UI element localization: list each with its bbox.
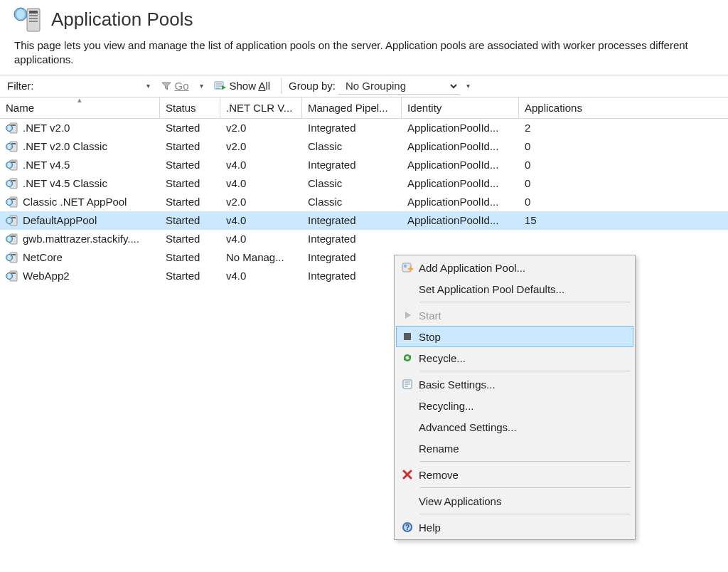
svg-point-15: [8, 144, 11, 149]
cell-identity: ApplicationPoolId...: [402, 211, 519, 229]
svg-point-11: [8, 125, 11, 130]
cell-name: .NET v4.5 Classic: [23, 177, 107, 189]
go-dropdown-icon[interactable]: ▾: [196, 82, 208, 90]
cell-apps: 0: [519, 193, 626, 211]
cell-status: Started: [160, 230, 220, 248]
cell-apps: 15: [519, 211, 626, 229]
cell-name: NetCore: [23, 251, 63, 263]
play-icon: [396, 310, 419, 320]
cell-pipeline: Integrated: [302, 230, 402, 248]
svg-rect-6: [29, 21, 38, 22]
cell-name: .NET v2.0: [23, 122, 70, 134]
menu-add-app-pool[interactable]: Add Application Pool...: [396, 257, 633, 278]
cell-name: .NET v2.0 Classic: [23, 140, 107, 152]
recycle-icon: [396, 352, 419, 364]
menu-advanced-settings[interactable]: Advanced Settings...: [396, 416, 633, 438]
svg-rect-37: [11, 254, 16, 255]
filter-toolbar: Filter: ▾ Go ▾ Show All Group by: No Gro…: [0, 75, 728, 97]
app-pool-row-icon: [6, 270, 18, 282]
toolbar-separator: [281, 78, 282, 94]
cell-clr: v4.0: [220, 267, 302, 285]
cell-pipeline: Integrated: [302, 119, 402, 137]
sort-indicator-icon: ▴: [77, 97, 82, 105]
cell-pipeline: Integrated: [302, 248, 402, 266]
filter-dropdown-icon[interactable]: ▾: [142, 82, 154, 90]
cell-name: Classic .NET AppPool: [23, 196, 127, 208]
cell-pipeline: Integrated: [302, 156, 402, 174]
menu-rename[interactable]: Rename: [396, 438, 633, 459]
cell-status: Started: [160, 119, 220, 137]
cell-status: Started: [160, 137, 220, 155]
app-pool-row-icon: [6, 196, 18, 208]
cell-identity: ApplicationPoolId...: [402, 193, 519, 211]
menu-recycling[interactable]: Recycling...: [396, 395, 633, 416]
group-by-dropdown-icon[interactable]: ▾: [462, 82, 474, 90]
table-row[interactable]: gwb.mattrazer.stackify....Startedv4.0Int…: [0, 230, 728, 248]
col-applications[interactable]: Applications: [519, 97, 626, 118]
app-pool-row-icon: [6, 140, 18, 153]
svg-rect-33: [11, 235, 16, 237]
cell-identity: ApplicationPoolId...: [402, 156, 519, 174]
menu-separator: [420, 302, 631, 302]
cell-status: Started: [160, 267, 220, 285]
cell-clr: v2.0: [220, 193, 302, 211]
col-pipeline[interactable]: Managed Pipel...: [302, 97, 402, 118]
remove-icon: [396, 470, 419, 480]
show-all-button[interactable]: Show All: [210, 78, 274, 93]
table-row[interactable]: DefaultAppPoolStartedv4.0IntegratedAppli…: [0, 211, 728, 230]
filter-label: Filter:: [7, 80, 34, 92]
svg-rect-29: [11, 217, 16, 218]
table-row[interactable]: .NET v2.0 ClassicStartedv2.0ClassicAppli…: [0, 137, 728, 156]
app-pool-row-icon: [6, 214, 18, 227]
show-all-icon: [214, 80, 227, 92]
app-pool-row-icon: [6, 177, 18, 190]
col-name[interactable]: Name▴: [0, 97, 160, 118]
svg-point-45: [404, 265, 407, 268]
svg-rect-9: [11, 125, 16, 126]
cell-apps: 2: [519, 119, 626, 137]
cell-pipeline: Integrated: [302, 211, 402, 229]
svg-rect-4: [29, 15, 38, 16]
svg-rect-41: [11, 272, 16, 274]
menu-view-applications[interactable]: View Applications: [396, 490, 633, 512]
svg-point-27: [8, 199, 11, 204]
menu-start: Start: [396, 304, 633, 326]
cell-name: DefaultAppPool: [23, 214, 97, 226]
menu-recycle[interactable]: Recycle...: [396, 347, 633, 369]
col-identity[interactable]: Identity: [402, 97, 519, 118]
svg-point-35: [8, 236, 11, 241]
group-by-select[interactable]: No Grouping: [338, 78, 459, 95]
funnel-icon: [161, 80, 172, 92]
table-row[interactable]: .NET v2.0Startedv2.0IntegratedApplicatio…: [0, 119, 728, 137]
svg-text:?: ?: [405, 524, 410, 531]
col-clr-version[interactable]: .NET CLR V...: [220, 97, 302, 118]
context-menu: Add Application Pool... Set Application …: [394, 255, 636, 540]
menu-remove[interactable]: Remove: [396, 464, 633, 485]
menu-stop[interactable]: Stop: [396, 326, 633, 347]
menu-set-defaults[interactable]: Set Application Pool Defaults...: [396, 278, 633, 300]
cell-clr: v4.0: [220, 174, 302, 192]
cell-name: gwb.mattrazer.stackify....: [23, 233, 139, 245]
table-row[interactable]: .NET v4.5 ClassicStartedv4.0ClassicAppli…: [0, 174, 728, 193]
menu-help[interactable]: ? Help: [396, 517, 633, 538]
cell-status: Started: [160, 248, 220, 266]
col-status[interactable]: Status: [160, 97, 220, 118]
cell-identity: ApplicationPoolId...: [402, 174, 519, 192]
go-button[interactable]: Go: [157, 78, 193, 93]
svg-point-1: [16, 9, 25, 19]
filter-input[interactable]: [40, 78, 139, 93]
cell-status: Started: [160, 156, 220, 174]
stop-icon: [396, 332, 419, 341]
svg-point-43: [8, 273, 11, 278]
svg-point-19: [8, 162, 11, 167]
table-row[interactable]: Classic .NET AppPoolStartedv2.0ClassicAp…: [0, 193, 728, 211]
cell-identity: [402, 236, 519, 242]
table-row[interactable]: .NET v4.5Startedv4.0IntegratedApplicatio…: [0, 156, 728, 174]
cell-apps: [519, 236, 626, 242]
menu-basic-settings[interactable]: Basic Settings...: [396, 374, 633, 395]
svg-rect-25: [11, 198, 16, 200]
page-header: Application Pools: [0, 0, 728, 36]
svg-rect-13: [11, 143, 16, 144]
svg-rect-44: [402, 263, 411, 272]
cell-pipeline: Integrated: [302, 267, 402, 285]
